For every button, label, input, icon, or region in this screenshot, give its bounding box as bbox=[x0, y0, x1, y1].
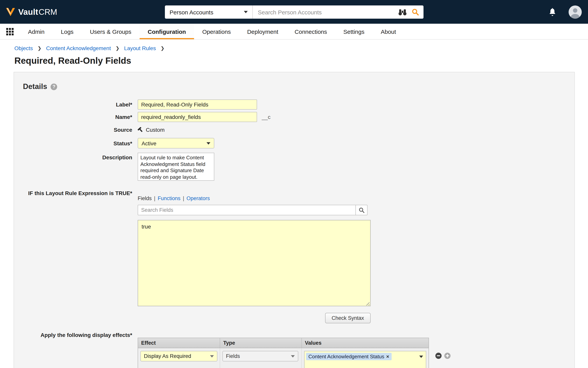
status-select[interactable]: Active bbox=[138, 138, 214, 148]
nav-item-operations[interactable]: Operations bbox=[194, 24, 239, 39]
source-row: Source Custom bbox=[14, 127, 574, 133]
add-row-button[interactable] bbox=[444, 352, 451, 359]
value-chip: Content Acknowledgement Status × bbox=[306, 353, 391, 360]
remove-row-button[interactable] bbox=[435, 352, 442, 359]
search-scope-value: Person Accounts bbox=[170, 9, 213, 15]
breadcrumb: Objects ❯ Content Acknowledgement ❯ Layo… bbox=[14, 45, 588, 51]
nav-item-connections[interactable]: Connections bbox=[286, 24, 335, 39]
chevron-down-icon bbox=[207, 142, 210, 144]
name-field-input[interactable] bbox=[138, 112, 257, 122]
nav-item-deployment[interactable]: Deployment bbox=[239, 24, 286, 39]
topbar: Vault CRM Person Accounts bbox=[0, 0, 588, 24]
help-icon[interactable]: ? bbox=[51, 83, 57, 90]
effect-select-value: Display As Required bbox=[144, 353, 191, 359]
status-field-label: Status* bbox=[14, 140, 132, 146]
apps-grid-icon[interactable] bbox=[6, 28, 14, 35]
brand-crm-text: CRM bbox=[38, 7, 57, 17]
name-suffix: __c bbox=[262, 114, 270, 120]
advanced-search-button[interactable] bbox=[398, 9, 407, 16]
nav-item-logs[interactable]: Logs bbox=[53, 24, 82, 39]
type-select[interactable]: Fields bbox=[222, 351, 298, 361]
expression-editor: Fields|Functions|Operators true bbox=[138, 195, 371, 323]
label-field-input[interactable] bbox=[138, 100, 257, 110]
brand-logo: Vault CRM bbox=[5, 7, 57, 17]
nav-item-about[interactable]: About bbox=[373, 24, 404, 39]
expression-label: IF this Layout Rule Expression is TRUE* bbox=[14, 190, 132, 196]
chevron-down-icon bbox=[244, 11, 248, 13]
name-row: Name* __c bbox=[14, 112, 574, 122]
column-header-effect: Effect bbox=[138, 338, 220, 348]
global-search bbox=[253, 5, 424, 19]
hammer-icon bbox=[138, 127, 143, 133]
values-multiselect[interactable]: Content Acknowledgement Status × bbox=[304, 351, 426, 368]
plus-circle-icon bbox=[444, 352, 451, 359]
nav-item-admin[interactable]: Admin bbox=[20, 24, 53, 39]
binoculars-icon bbox=[398, 9, 407, 16]
search-fields-input[interactable] bbox=[138, 205, 355, 215]
nav-item-users-groups[interactable]: Users & Groups bbox=[82, 24, 139, 39]
type-select-value: Fields bbox=[226, 353, 240, 359]
fields-link[interactable]: Fields bbox=[138, 195, 152, 201]
value-chip-label: Content Acknowledgement Status bbox=[308, 354, 384, 359]
global-search-input[interactable] bbox=[257, 8, 394, 16]
admin-navbar: Admin Logs Users & Groups Configuration … bbox=[0, 24, 588, 40]
source-field-label: Source bbox=[14, 127, 132, 133]
label-row: Label* bbox=[14, 100, 574, 110]
notifications-button[interactable] bbox=[548, 7, 557, 17]
nav-item-configuration[interactable]: Configuration bbox=[140, 24, 194, 39]
breadcrumb-content-acknowledgement[interactable]: Content Acknowledgement bbox=[46, 45, 111, 51]
page-title: Required, Read-Only Fields bbox=[14, 55, 588, 66]
description-field-label: Description bbox=[14, 153, 132, 160]
details-form: Label* Name* __c Source bbox=[14, 100, 574, 368]
table-header: Effect Type Values bbox=[138, 338, 428, 348]
brand-vault-text: Vault bbox=[18, 7, 38, 17]
column-header-type: Type bbox=[220, 338, 302, 348]
search-submit-button[interactable] bbox=[411, 8, 419, 16]
chevron-down-icon bbox=[210, 355, 214, 357]
check-syntax-button[interactable]: Check Syntax bbox=[325, 313, 371, 323]
chip-remove-icon[interactable]: × bbox=[386, 354, 389, 359]
minus-circle-icon bbox=[435, 352, 442, 359]
label-field-label: Label* bbox=[14, 101, 132, 108]
status-select-value: Active bbox=[142, 140, 156, 146]
expression-textarea[interactable]: true bbox=[138, 220, 371, 306]
breadcrumb-layout-rules[interactable]: Layout Rules bbox=[124, 45, 156, 51]
display-effects-content: Effect Type Values Display As Required bbox=[138, 338, 429, 368]
nav-item-settings[interactable]: Settings bbox=[335, 24, 373, 39]
search-fields-row bbox=[138, 205, 371, 215]
vault-v-icon bbox=[5, 7, 16, 17]
description-row: Description Layout rule to make Content … bbox=[14, 153, 574, 181]
column-header-values: Values bbox=[302, 338, 428, 348]
display-effects-row: Apply the following display effects* Eff… bbox=[14, 332, 574, 368]
chevron-right-icon: ❯ bbox=[38, 46, 41, 51]
chevron-right-icon: ❯ bbox=[115, 46, 119, 51]
chevron-down-icon bbox=[419, 356, 423, 358]
screen: Vault CRM Person Accounts bbox=[0, 0, 588, 368]
details-heading: Details ? bbox=[23, 82, 574, 91]
details-heading-text: Details bbox=[23, 82, 47, 91]
search-icon bbox=[411, 8, 419, 16]
status-row: Status* Active bbox=[14, 138, 574, 148]
row-actions bbox=[435, 352, 451, 359]
expression-row: IF this Layout Rule Expression is TRUE* … bbox=[14, 190, 574, 323]
name-field-label: Name* bbox=[14, 114, 132, 120]
search-fields-button[interactable] bbox=[355, 205, 368, 215]
expression-palette-links: Fields|Functions|Operators bbox=[138, 195, 371, 201]
topbar-right bbox=[548, 0, 582, 24]
search-scope-select[interactable]: Person Accounts bbox=[165, 5, 253, 19]
effect-select[interactable]: Display As Required bbox=[140, 351, 217, 361]
pipe-separator: | bbox=[154, 195, 155, 201]
source-value: Custom bbox=[146, 127, 164, 133]
search-icon bbox=[358, 207, 365, 213]
chevron-right-icon: ❯ bbox=[161, 46, 164, 51]
breadcrumb-objects[interactable]: Objects bbox=[14, 45, 33, 51]
display-effects-table: Effect Type Values Display As Required bbox=[138, 338, 429, 368]
description-textarea[interactable]: Layout rule to make Content Acknowledgme… bbox=[138, 153, 214, 181]
bell-icon bbox=[548, 7, 557, 17]
pipe-separator: | bbox=[183, 195, 184, 201]
details-panel: Details ? Label* Name* __c Source bbox=[14, 72, 575, 368]
functions-link[interactable]: Functions bbox=[158, 195, 180, 201]
user-avatar[interactable] bbox=[569, 5, 582, 18]
operators-link[interactable]: Operators bbox=[187, 195, 210, 201]
display-effects-label: Apply the following display effects* bbox=[14, 332, 132, 338]
